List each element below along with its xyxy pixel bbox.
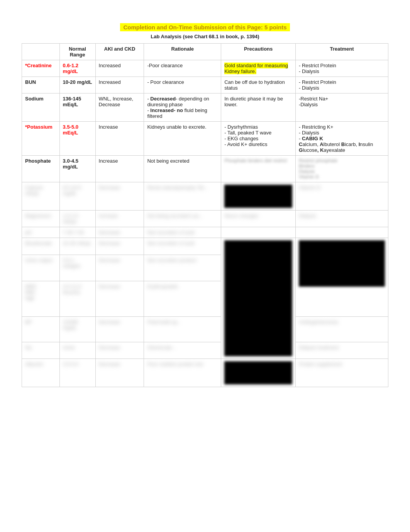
creatinine-precautions-text: Gold standard for measuring Kidney failu… <box>224 63 288 74</box>
creatinine-label: *Creatinine <box>25 63 52 68</box>
precaution-item: Tall, peaked T wave <box>224 130 292 136</box>
precaution-item: Dysrhythmias <box>224 124 292 130</box>
table-row: Phosphate 3.0-4.5 mg/dL Increase Not bei… <box>22 156 388 182</box>
table-row: Sodium 136-145 mEq/L WNL, Increase, Decr… <box>22 93 388 122</box>
potassium-rationale: Kidneys unable to excrete. <box>144 122 221 156</box>
phosphate-aki: Increase <box>95 156 144 182</box>
table-row: Calcium mEq/L 8.5-10.5 mg/dL Decrease Re… <box>22 182 388 211</box>
bun-precautions: Can be off due to hydration status <box>221 77 296 93</box>
sodium-rationale: - Decreased- depending on diuresing phas… <box>144 93 221 122</box>
treatment-item: CABIG K <box>299 136 385 141</box>
bun-aki: Increased <box>95 77 144 93</box>
sodium-aki: WNL, Increase, Decrease <box>95 93 144 122</box>
creatinine-treatment: Restrict Protein Dialysis <box>296 60 388 77</box>
table-row: Albumin 3.5-5.0 Decrease Poor nutrition … <box>22 359 388 387</box>
potassium-aki: Increase <box>95 122 144 156</box>
col-header-aki-ckd: AKI and CKD <box>95 44 144 60</box>
phosphate-range: 3.0-4.5 mg/dL <box>63 158 78 170</box>
potassium-precautions: Dysrhythmias Tall, peaked T wave EKG cha… <box>221 122 296 156</box>
bun-range: 10-20 mg/dL <box>63 79 92 85</box>
precaution-item: EKG changes <box>224 136 292 141</box>
col-header-treatment: Treatment <box>296 44 388 60</box>
col-header-precautions: Precautions <box>221 44 296 60</box>
bun-treatment: Restrict Protein Dialysis <box>296 77 388 93</box>
treatment-item: Restrict Protein <box>299 79 385 85</box>
phosphate-treatment: Restrict phosphateBindersDialysisVitamin… <box>296 156 388 182</box>
treatment-item: Restricting K+ <box>299 124 385 130</box>
lab-analysis-table: Normal Range AKI and CKD Rationale Preca… <box>22 43 388 387</box>
table-row: *Potassium 3.5-5.0 mEq/L Increase Kidney… <box>22 122 388 156</box>
precaution-item: Avoid K+ diuretics <box>224 141 292 147</box>
table-row: Bicarbonate 22-26 mEq/L Decrease Non exc… <box>22 238 388 255</box>
treatment-item: Restrict Protein <box>299 63 385 68</box>
col-header-normal-range: Normal Range <box>59 44 95 60</box>
creatinine-range: 0.6-1.2 mg/dL <box>63 63 78 74</box>
table-row: BUN 10-20 mg/dL Increased - Poor clearan… <box>22 77 388 93</box>
table-row: BP 120/80 mg/dL Decrease Fluid build up.… <box>22 317 388 342</box>
col-header-rationale: Rationale <box>144 44 221 60</box>
creatinine-aki: Increased <box>95 60 144 77</box>
creatinine-rationale: -Poor clearance <box>144 60 221 77</box>
header-row: Completion and On-Time Submission of thi… <box>22 23 388 31</box>
treatment-item: Dialysis <box>299 130 385 136</box>
creatinine-precautions: Gold standard for measuring Kidney failu… <box>221 60 296 77</box>
sodium-precautions: In diuretic phase it may be lower. <box>221 93 296 122</box>
potassium-range: 3.5-5.0 mEq/L <box>63 124 78 136</box>
sodium-treatment: -Restrict Na+-Dialysis <box>296 93 388 122</box>
sodium-range: 136-145 mEq/L <box>63 96 81 107</box>
col-header-label <box>22 44 60 60</box>
potassium-treatment: Restricting K+ Dialysis CABIG K Calcium,… <box>296 122 388 156</box>
treatment-item: Dialysis <box>299 85 385 91</box>
phosphate-precautions: Phosphate binders diet restrict <box>221 156 296 182</box>
cabigk-detail: C <box>299 141 302 147</box>
page-title: Completion and On-Time Submission of thi… <box>120 23 290 31</box>
sodium-label: Sodium <box>25 96 44 102</box>
bun-rationale: - Poor clearance <box>144 77 221 93</box>
treatment-item: Dialysis <box>299 68 385 74</box>
table-row: Magnesium 1.5-2.5 mEq/L Increase Not bei… <box>22 211 388 227</box>
bun-label: BUN <box>25 79 36 85</box>
table-row: *Creatinine 0.6-1.2 mg/dL Increased -Poo… <box>22 60 388 77</box>
phosphate-rationale: Not being excreted <box>144 156 221 182</box>
page-subtitle: Lab Analysis (see Chart 68.1 in book, p.… <box>22 34 388 39</box>
table-row: pH 7.35-7.45 Decrease Non excretion of a… <box>22 227 388 238</box>
phosphate-label: Phosphate <box>25 158 51 164</box>
table-row: Na Urine Decrease Glomerular... Dialysis… <box>22 342 388 359</box>
potassium-label: *Potassium <box>25 124 53 130</box>
page-wrapper: Completion and On-Time Submission of thi… <box>22 23 388 387</box>
